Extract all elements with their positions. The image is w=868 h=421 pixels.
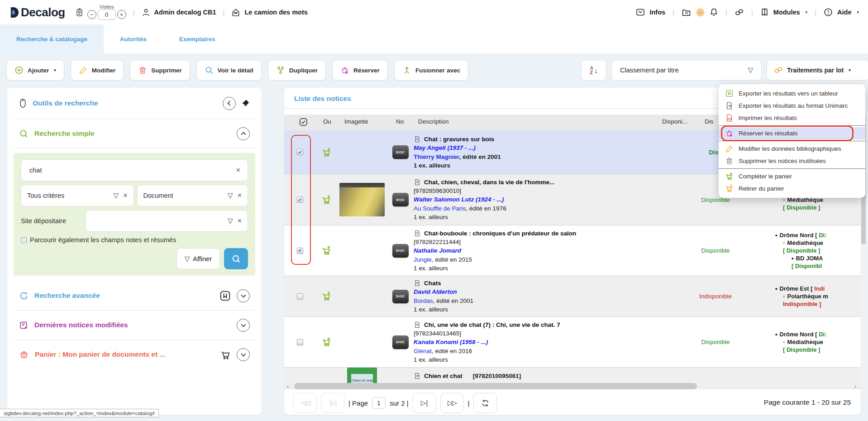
menu-item-r-server-les-r-sultats[interactable]: Réserver les résultats [719,127,865,139]
scroll-left-icon[interactable]: ‹ [285,383,291,389]
record-publisher-link[interactable]: Jungle [414,256,432,263]
record-title[interactable]: Chat-bouboule : chroniques d'un prédateu… [424,229,576,238]
visits-minus-button[interactable]: − [87,10,96,19]
deposit-site-select[interactable]: ▽× [86,210,248,232]
select-all-checkbox-icon[interactable] [299,117,308,128]
cart-icon[interactable] [220,349,231,360]
tab-recherche-catalogage[interactable]: Recherche & catalogage [0,24,104,53]
search-submit-button[interactable] [224,248,248,269]
menu-item-modifier-les-donn-es-bibliographiques[interactable]: Modifier les données bibliographiques [719,143,865,155]
col-imagette[interactable]: Imagette [344,118,368,125]
bookmark-icon[interactable] [219,290,231,302]
sort-order-select[interactable]: Classement par titre ▽ [611,60,762,81]
expand-section-button[interactable] [237,319,250,332]
visits-plus-button[interactable]: + [117,10,126,19]
record-title[interactable]: Chat, chien, cheval, dans la vie de l'ho… [424,178,554,187]
first-page-button[interactable]: ◁◁ [293,393,317,413]
add-to-cart-icon[interactable] [321,245,332,256]
clear-doctype-icon[interactable]: × [238,191,242,200]
refresh-button[interactable] [473,393,497,413]
basket-header[interactable]: Panier : Mon panier de documents et ... [7,340,262,369]
menu-item-imprimer-les-r-sultats[interactable]: PDFImprimer les résultats [719,112,865,124]
previous-page-button[interactable]: |◁ [321,393,344,413]
row-checkbox[interactable]: ✔ [297,248,303,254]
record-title[interactable]: Chats [424,279,441,287]
table-row[interactable]: DOCChi, une vie de chat (7) : Chi, une v… [284,317,861,368]
modules-label[interactable]: Modules [773,9,800,16]
last-page-button[interactable]: ▷▷ [440,393,464,413]
add-to-cart-icon[interactable] [321,195,332,205]
row-checkbox[interactable]: ✔ [297,196,303,203]
record-publisher-link[interactable]: Thierry Magnier [414,153,459,160]
record-author-link[interactable]: Kanata Konami (1958 - ...) [414,338,660,346]
folder-icon[interactable] [682,8,691,17]
scroll-right-icon[interactable]: › [853,383,858,389]
record-author-link[interactable]: May Angeli (1937 - ...) [414,144,660,152]
r-server-button[interactable]: Réserver [332,60,388,81]
clear-site-icon[interactable]: × [238,217,242,225]
record-publisher-link[interactable]: Au Souffle de Paris [414,205,466,212]
menu-item-exporter-les-r-sultats-au-format-unimarc[interactable]: Exporter les résultats au format Unimarc [719,100,865,112]
record-title[interactable]: Chien et chat [424,372,463,380]
clear-search-icon[interactable]: × [236,166,240,174]
dupliquer-button[interactable]: Dupliquer [268,60,326,81]
record-author-link[interactable]: Walter Salomon Lutz (1924 - ...) [414,195,660,204]
page-number-input[interactable] [372,397,386,409]
beacon-icon[interactable] [696,8,705,17]
menu-item-compl-ter-le-panier[interactable]: Compléter le panier [719,170,865,182]
current-site[interactable]: Le camion des mots [244,9,307,16]
modules-icon[interactable] [760,8,769,17]
refine-button[interactable]: ▽ Affiner [176,248,220,269]
record-author-link[interactable]: David Alderton [414,287,660,296]
menu-item-retirer-du-panier[interactable]: Retirer du panier [719,182,865,195]
record-title[interactable]: Chat : gravures sur bois [424,135,494,144]
simple-search-header[interactable]: Recherche simple [7,119,262,148]
tab-exemplaires[interactable]: Exemplaires [163,24,232,53]
fusionner-avec-button[interactable]: Fusionner avec [394,60,468,81]
hscroll-thumb[interactable] [294,383,697,389]
col-disponibilite[interactable]: Disponi... [662,118,687,125]
supprimer-button[interactable]: Supprimer [130,60,190,81]
pin-icon[interactable] [241,99,250,108]
batch-actions-button[interactable]: Traitements par lot ▾ [767,60,868,81]
collapse-section-button[interactable] [237,127,250,140]
modifier-button[interactable]: Modifier [71,60,124,81]
row-checkbox[interactable] [297,339,303,345]
doctype-select[interactable]: Document ▽× [137,185,248,206]
decalog-logo[interactable]: Decalog [9,5,65,19]
voir-le-d-tail-button[interactable]: Voir le détail [196,60,262,81]
row-checkbox[interactable] [297,293,303,300]
advanced-search-header[interactable]: Recherche avancée [7,281,262,310]
ajouter-button[interactable]: Ajouter▾ [6,60,64,81]
horizontal-scrollbar[interactable]: ‹ › [285,383,858,390]
add-to-cart-icon[interactable] [321,291,332,301]
link-icon[interactable] [734,8,744,17]
record-publisher-link[interactable]: Glénat [414,348,432,354]
infos-icon[interactable] [636,8,645,16]
col-description[interactable]: Description [418,118,449,125]
aide-label[interactable]: Aide [837,9,851,16]
next-page-button[interactable]: ▷| [413,393,436,413]
current-user[interactable]: Admin decalog CB1 [154,9,216,16]
menu-item-exporter-les-r-sultats-vers-un-tableur[interactable]: Exporter les résultats vers un tableur [719,87,865,100]
help-icon[interactable] [824,8,833,17]
infos-label[interactable]: Infos [649,9,665,16]
search-term-input[interactable] [29,166,233,174]
clear-criteria-icon[interactable]: × [123,191,127,200]
criteria-select[interactable]: Tous critères ▽× [21,185,134,206]
tab-autorites[interactable]: Autorités [104,24,163,53]
add-to-cart-icon[interactable] [321,147,332,158]
table-row[interactable]: ✔DOCChat-bouboule : chroniques d'un préd… [284,225,861,276]
menu-item-supprimer-les-notices-inutilis-es[interactable]: Supprimer les notices inutilisées [719,155,865,167]
notes-checkbox[interactable] [21,237,27,243]
notifications-bell-icon[interactable] [710,8,718,17]
col-no[interactable]: No [396,118,404,125]
col-outils[interactable]: Ou [323,118,331,125]
expand-section-button[interactable] [237,289,250,302]
record-author-link[interactable]: Nathalie Jomard [414,246,660,255]
table-row[interactable]: DOCChatsDavid AldertonBordas, édité en 2… [284,276,861,317]
recent-records-header[interactable]: Dernières notices modifiées [7,311,262,340]
col-disponibilite-detail[interactable]: Dis [705,118,714,125]
search-term-field[interactable]: × [21,159,248,181]
add-to-cart-icon[interactable] [321,337,332,347]
